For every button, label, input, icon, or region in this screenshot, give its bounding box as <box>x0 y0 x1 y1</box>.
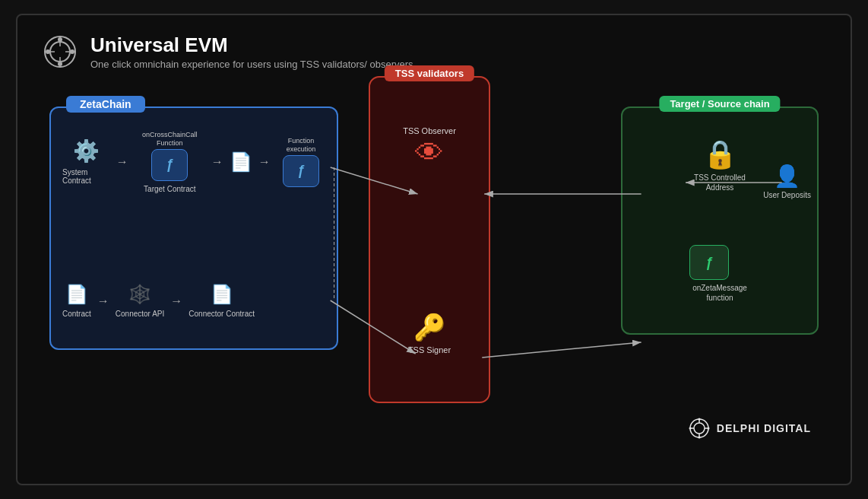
tss-validators-label: TSS validators <box>385 65 474 81</box>
connector-contract-label: Connector Contract <box>188 310 255 318</box>
vault-icon: 🔒 <box>703 138 737 170</box>
tss-signer-label: TSS Signer <box>408 345 451 354</box>
svg-point-24 <box>698 418 700 421</box>
diagram-area: ZetaChain ⚙️ System Contract → onCrossCh… <box>42 76 826 449</box>
contract-node: 📄 Contract <box>62 284 91 318</box>
target-source-label: Target / Source chain <box>659 96 780 112</box>
eye-icon: 👁 <box>403 137 456 170</box>
svg-point-2 <box>58 37 62 42</box>
contract-label: Contract <box>62 310 91 318</box>
connector-contract-icon: 📄 <box>211 284 233 305</box>
connector-api-label: Connector API <box>116 310 164 318</box>
user-deposits-label: User Deposits <box>763 191 811 199</box>
tss-observer-label: TSS Observer <box>403 126 456 135</box>
zeta-top-row: ⚙️ System Contract → onCrossChainCall Fu… <box>62 131 325 193</box>
zetachain-box: ZetaChain ⚙️ System Contract → onCrossCh… <box>49 106 338 350</box>
system-contract-node: ⚙️ System Contract <box>62 138 110 185</box>
system-contract-label: System Contract <box>62 168 110 185</box>
arrow-right-3: → <box>258 155 271 169</box>
svg-point-27 <box>707 427 709 430</box>
contract-doc-icon: 📄 <box>65 284 88 305</box>
svg-point-26 <box>689 427 691 430</box>
delphi-logo-icon <box>688 417 711 440</box>
connector-api-node: 🕸️ Connector API <box>116 284 164 318</box>
doc-node: 📄 <box>230 151 252 173</box>
user-icon: 👤 <box>774 164 800 188</box>
connector-contract-node: 📄 Connector Contract <box>188 284 255 318</box>
func-exec-node: Function execution ƒ <box>277 137 325 187</box>
network-icon: 🕸️ <box>128 284 151 305</box>
func-exec-box: ƒ <box>283 155 319 187</box>
onzeta-message-label: onZetaMessage function <box>689 283 750 303</box>
tss-validators-box: TSS validators TSS Observer 👁 🔑 TSS Sign… <box>369 76 490 403</box>
header: Universal EVM One click omnichain experi… <box>42 33 826 70</box>
page-title: Universal EVM <box>90 33 413 57</box>
svg-point-5 <box>70 49 74 54</box>
page-subtitle: One click omnichain experience for users… <box>90 59 413 70</box>
key-icon: 🔑 <box>408 312 451 342</box>
cross-chain-func-box: ƒ <box>151 149 188 181</box>
onzeta-message-group: ƒ onZetaMessage function <box>689 245 750 303</box>
arrow-right-2: → <box>211 155 223 169</box>
tss-signer-group: 🔑 TSS Signer <box>408 312 451 356</box>
target-source-box: Target / Source chain 🔒 TSS Controlled A… <box>621 106 819 335</box>
tss-observer-group: TSS Observer 👁 <box>403 123 456 170</box>
arrow-right-1: → <box>116 155 128 169</box>
svg-point-3 <box>58 62 62 66</box>
onzeta-func-box: ƒ <box>689 245 729 280</box>
arrow-right-4: → <box>97 294 109 308</box>
svg-point-4 <box>46 49 50 54</box>
cross-chain-func-node: onCrossChainCall Function ƒ Target Contr… <box>135 131 205 193</box>
svg-point-19 <box>694 423 705 434</box>
delphi-logo-text: DELPHI DIGITAL <box>717 422 811 434</box>
arrow-right-5: → <box>170 294 182 308</box>
header-text-group: Universal EVM One click omnichain experi… <box>90 33 413 70</box>
zetachain-logo-icon <box>42 33 78 70</box>
doc-icon: 📄 <box>230 151 252 173</box>
func-exec-label: Function execution <box>277 137 325 154</box>
svg-line-15 <box>482 342 641 358</box>
svg-point-25 <box>698 437 700 439</box>
user-deposits-group: 👤 User Deposits <box>763 164 811 199</box>
target-contract-label: Target Contract <box>144 185 195 193</box>
cross-chain-label: onCrossChainCall Function <box>135 131 205 148</box>
slide-container: Universal EVM One click omnichain experi… <box>16 14 852 485</box>
zeta-bottom-row: 📄 Contract → 🕸️ Connector API → 📄 Connec… <box>62 284 325 318</box>
tss-controlled-group: 🔒 TSS Controlled Address <box>689 138 750 192</box>
zetachain-label: ZetaChain <box>66 96 145 113</box>
delphi-digital-branding: DELPHI DIGITAL <box>688 417 811 440</box>
tss-controlled-label: TSS Controlled Address <box>689 173 750 192</box>
gear-icon: ⚙️ <box>73 138 100 164</box>
